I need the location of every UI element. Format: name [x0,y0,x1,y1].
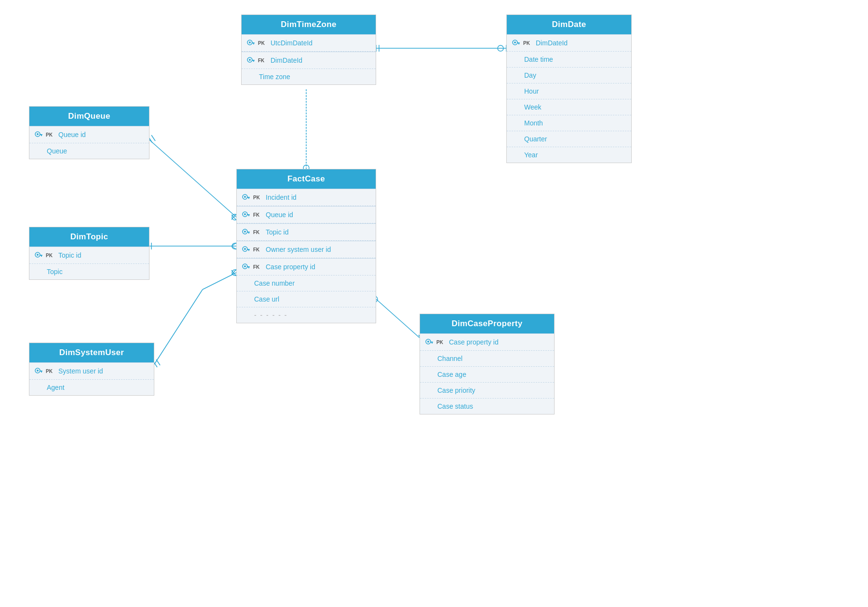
svg-line-20 [203,273,236,290]
dimqueue-field-id: Queue id [58,131,86,138]
entity-dimdate: DimDate PK DimDateId Date time Day Hour … [506,14,632,163]
svg-rect-66 [247,266,250,267]
entity-dimtimezone-body: PK UtcDimDateId FK DimDateId Time zone [242,34,376,84]
dimtimezone-fk-badge: FK [258,58,268,63]
factcase-pk-badge: PK [253,195,263,200]
svg-point-57 [244,231,246,233]
connectors-svg [0,0,868,607]
svg-point-33 [249,41,251,43]
entity-dimtimezone: DimTimeZone PK UtcDimDateId FK DimDateId… [241,14,376,85]
key-icon-pk1 [246,39,255,47]
dimsystemuser-row-agent: Agent [29,380,154,395]
dimtimezone-row-timezone: Time zone [242,69,376,84]
dimdate-row-month: Month [507,115,631,131]
svg-rect-43 [518,43,519,44]
dimdate-row-datetime: Date time [507,52,631,68]
svg-point-49 [244,196,246,198]
dimsystemuser-row-pk: PK System user id [29,362,154,380]
factcase-field-caseprop: Case property id [266,263,315,271]
entity-factcase-header: FactCase [237,169,376,189]
entity-dimsystemuser-header: DimSystemUser [29,343,154,362]
dimdate-row-day: Day [507,68,631,83]
entity-dimcaseproperty-header: DimCaseProperty [420,314,554,333]
svg-line-23 [231,269,236,275]
factcase-row-caseurl: Case url [237,291,376,307]
dimtopic-row-topic: Topic [29,264,149,279]
svg-line-10 [231,214,236,220]
svg-rect-35 [253,43,254,44]
dimtopic-field-id: Topic id [58,251,81,259]
dimqueue-row-pk: PK Queue id [29,126,149,143]
svg-point-77 [427,341,429,343]
key-icon-dimsystemuser-pk [34,367,43,375]
factcase-row-casenumber: Case number [237,276,376,291]
factcase-row-fk-caseprop: FK Case property id [237,258,376,276]
svg-rect-67 [248,267,249,268]
svg-rect-75 [41,372,42,372]
dimcaseproperty-row-casepriority: Case priority [420,383,554,399]
dimtimezone-field-dimdate: DimDateId [271,56,302,64]
svg-point-61 [244,248,246,250]
svg-rect-38 [252,60,255,61]
entity-dimdate-body: PK DimDateId Date time Day Hour Week Mon… [507,34,631,163]
svg-line-26 [376,299,420,338]
dimtimezone-field-utcdimdate: UtcDimDateId [271,39,312,47]
svg-line-9 [151,135,155,141]
entity-dimtopic-header: DimTopic [29,227,149,247]
svg-line-17 [231,246,236,249]
svg-rect-74 [40,371,42,372]
entity-dimsystemuser-body: PK System user id Agent [29,362,154,395]
dimdate-field-datetime: Date time [524,55,553,63]
dimqueue-pk-badge: PK [46,132,55,138]
dimcaseproperty-row-channel: Channel [420,351,554,367]
svg-line-7 [149,140,236,217]
factcase-field-owner: Owner system user id [266,246,331,253]
factcase-field-topic: Topic id [266,228,288,236]
svg-rect-34 [252,42,255,43]
dimcaseproperty-row-pk: PK Case property id [420,333,554,351]
dimdate-row-year: Year [507,147,631,163]
dimsystemuser-field-agent: Agent [47,384,65,391]
dimdate-row-week: Week [507,99,631,115]
dimqueue-field-queue: Queue [47,147,67,155]
factcase-field-queue: Queue id [266,211,293,219]
svg-rect-71 [41,256,42,257]
dimsystemuser-pk-badge: PK [46,369,55,374]
svg-line-22 [156,359,160,365]
entity-dimcaseproperty: DimCaseProperty PK Case property id Chan… [420,314,555,414]
entity-dimqueue: DimQueue PK Queue id Queue [29,106,149,159]
dimdate-field-month: Month [524,119,543,127]
factcase-row-fk-queue: FK Queue id [237,206,376,223]
dimdate-row-hour: Hour [507,83,631,99]
svg-rect-58 [247,232,250,233]
dimdate-pk-badge: PK [523,41,533,46]
svg-point-4 [498,45,503,51]
factcase-fk4-badge: FK [253,264,263,270]
entity-dimtimezone-header: DimTimeZone [242,15,376,34]
dimdate-field-day: Day [524,71,536,79]
entity-factcase: FactCase PK Incident id FK Queue id [236,169,376,323]
factcase-field-incident: Incident id [266,193,297,201]
key-icon-dimtopic-pk [34,251,43,260]
dimtopic-pk-badge: PK [46,253,55,258]
key-icon-factcase-fk1 [242,210,250,219]
dimcaseproperty-field-channel: Channel [437,355,462,362]
entity-dimcaseproperty-body: PK Case property id Channel Case age Cas… [420,333,554,414]
dimcaseproperty-field-casestatus: Case status [437,402,473,410]
svg-line-16 [231,243,236,246]
key-icon-dimqueue-pk [34,130,43,139]
dimqueue-row-queue: Queue [29,143,149,159]
svg-rect-79 [432,343,433,344]
dimtopic-field-topic: Topic [47,268,63,276]
key-icon-factcase-fk4 [242,262,250,271]
svg-rect-78 [430,342,433,343]
svg-rect-50 [247,197,250,198]
svg-point-41 [514,41,516,43]
dimtimezone-row-fk: FK DimDateId [242,52,376,69]
svg-rect-47 [41,135,42,136]
svg-rect-39 [253,61,254,62]
factcase-fk2-badge: FK [253,230,263,235]
key-icon-factcase-pk [242,193,250,202]
diagram-container: DimTimeZone PK UtcDimDateId FK DimDateId… [0,0,868,607]
factcase-fk1-badge: FK [253,212,263,218]
